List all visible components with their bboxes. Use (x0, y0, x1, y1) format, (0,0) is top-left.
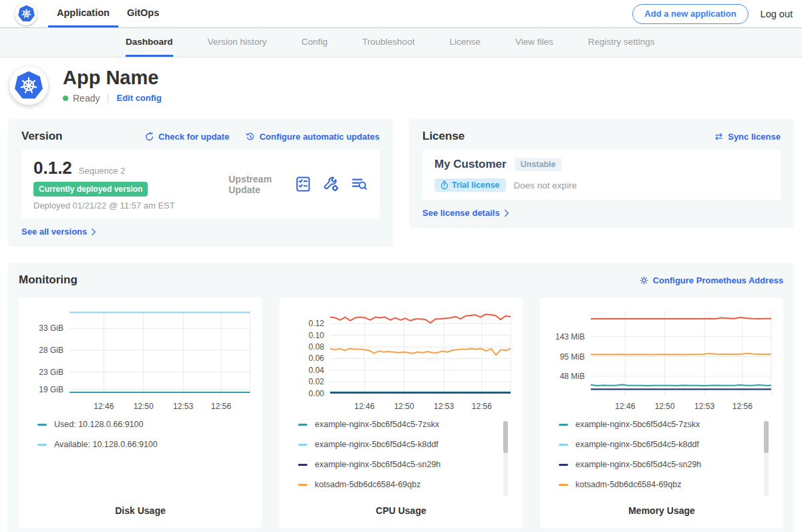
tab-config[interactable]: Config (301, 28, 327, 57)
cpu-usage-legend: example-nginx-5bc6f5d4c5-7zskxexample-ng… (298, 420, 513, 505)
cpu-usage-title: CPU Usage (285, 505, 517, 516)
legend-scrollbar[interactable] (503, 421, 508, 496)
legend-item: Used: 10.128.0.66:9100 (37, 420, 237, 429)
config-wrench-icon[interactable] (323, 176, 340, 192)
svg-text:12:56: 12:56 (471, 402, 491, 411)
cards-row: Version Check for update Configure autom… (8, 119, 794, 247)
legend-label: example-nginx-5bc6f5d4c5-sn29h (575, 460, 701, 469)
svg-text:143 MiB: 143 MiB (555, 332, 584, 342)
clock-refresh-icon (245, 132, 255, 142)
tab-troubleshoot[interactable]: Troubleshoot (362, 28, 414, 57)
app-header: App Name Ready Edit config (0, 57, 802, 114)
legend-label: example-nginx-5bc6f5d4c5-7zskx (575, 420, 700, 429)
svg-text:0.00: 0.00 (308, 389, 324, 398)
configure-prometheus-label: Configure Prometheus Address (653, 275, 783, 285)
disk-usage-chart-card: 33 GiB28 GiB23 GiB19 GiB12:4612:5012:531… (19, 297, 262, 528)
edit-config-link[interactable]: Edit config (116, 93, 161, 103)
legend-color-dash (559, 484, 568, 486)
svg-text:19 GiB: 19 GiB (39, 385, 63, 394)
disk-usage-legend: Used: 10.128.0.66:9100Available: 10.128.… (37, 420, 253, 505)
gear-icon (639, 275, 649, 285)
svg-text:48 MiB: 48 MiB (559, 372, 584, 381)
sync-license-link[interactable]: Sync license (714, 132, 781, 142)
legend-color-dash (559, 424, 568, 426)
svg-text:12:56: 12:56 (732, 402, 752, 411)
tab-registry-settings[interactable]: Registry settings (588, 28, 655, 57)
version-card-title: Version (21, 130, 62, 143)
svg-text:12:53: 12:53 (173, 402, 193, 411)
legend-label: Used: 10.128.0.66:9100 (54, 420, 143, 429)
version-card: Version Check for update Configure autom… (8, 119, 393, 247)
svg-text:23 GiB: 23 GiB (39, 368, 63, 377)
see-all-versions-label: See all versions (21, 227, 87, 237)
charts-row: 33 GiB28 GiB23 GiB19 GiB12:4612:5012:531… (19, 297, 783, 528)
check-for-update-link[interactable]: Check for update (144, 132, 229, 142)
svg-text:33 GiB: 33 GiB (39, 323, 63, 333)
legend-label: example-nginx-5bc6f5d4c5-sn29h (315, 460, 440, 469)
legend-color-dash (37, 444, 47, 446)
legend-label: example-nginx-5bc6f5d4c5-7zskx (315, 420, 439, 429)
current-version-panel: 0.1.2 Sequence 2 Currently deployed vers… (21, 150, 380, 219)
trial-license-label: Trial license (452, 180, 500, 190)
tab-gitops[interactable]: GitOps (118, 0, 168, 27)
legend-item: example-nginx-5bc6f5d4c5-7zskx (298, 420, 497, 429)
legend-item: Available: 10.128.0.66:9100 (37, 440, 237, 449)
see-all-versions-link[interactable]: See all versions (21, 227, 96, 237)
svg-text:0.04: 0.04 (308, 366, 324, 375)
release-notes-icon[interactable] (295, 176, 311, 192)
legend-item: example-nginx-5bc6f5d4c5-sn29h (298, 460, 497, 469)
tab-view-files[interactable]: View files (515, 28, 553, 57)
sync-license-label: Sync license (728, 132, 781, 142)
divider (108, 94, 108, 103)
logout-link[interactable]: Log out (761, 9, 793, 19)
legend-scrollbar-thumb[interactable] (764, 421, 769, 453)
see-license-details-link[interactable]: See license details (422, 208, 509, 218)
svg-text:12:50: 12:50 (654, 402, 674, 411)
legend-color-dash (559, 444, 568, 446)
legend-item: kotsadm-5db6dc6584-69qbz (559, 480, 758, 489)
svg-text:12:53: 12:53 (434, 402, 454, 411)
license-card-title: License (422, 130, 464, 143)
svg-text:28 GiB: 28 GiB (39, 346, 63, 355)
tab-license[interactable]: License (449, 28, 481, 57)
add-application-button[interactable]: Add a new application (632, 4, 748, 24)
tab-application[interactable]: Application (48, 0, 118, 27)
check-for-update-label: Check for update (158, 132, 229, 142)
kubernetes-app-icon (13, 70, 44, 101)
svg-text:95 MiB: 95 MiB (559, 352, 584, 362)
legend-color-dash (37, 424, 47, 426)
kubernetes-helm-icon (17, 5, 35, 23)
customer-name: My Customer (434, 158, 507, 171)
version-source: Upstream Update (229, 174, 295, 195)
refresh-icon (144, 132, 154, 142)
monitoring-section: Monitoring Configure Prometheus Address … (8, 263, 794, 532)
svg-text:0.06: 0.06 (308, 354, 324, 363)
legend-label: example-nginx-5bc6f5d4c5-k8ddf (575, 440, 699, 449)
tab-dashboard[interactable]: Dashboard (126, 28, 173, 57)
sync-arrows-icon (714, 132, 724, 142)
configure-prometheus-link[interactable]: Configure Prometheus Address (639, 275, 783, 285)
cpu-usage-chart-card: 0.120.100.080.060.040.020.0012:4612:5012… (279, 297, 523, 528)
disk-usage-title: Disk Usage (24, 505, 257, 516)
svg-text:0.10: 0.10 (308, 331, 324, 340)
top-nav-right: Add a new application Log out (632, 0, 802, 27)
legend-scrollbar[interactable] (764, 421, 769, 496)
top-nav-tabs: Application GitOps (48, 0, 168, 27)
memory-usage-title: Memory Usage (545, 505, 778, 516)
legend-color-dash (298, 484, 307, 486)
tab-version-history[interactable]: Version history (208, 28, 267, 57)
chevron-right-icon (91, 228, 96, 236)
legend-item: kotsadm-5db6dc6584-69qbz (298, 480, 497, 489)
status-dot (63, 96, 68, 101)
app-avatar (9, 66, 48, 105)
legend-color-dash (298, 424, 307, 426)
configure-automatic-updates-link[interactable]: Configure automatic updates (245, 132, 380, 142)
legend-scrollbar-thumb[interactable] (503, 421, 508, 453)
kubernetes-logo (15, 3, 37, 25)
view-logs-icon[interactable] (351, 176, 368, 192)
legend-item: example-nginx-5bc6f5d4c5-sn29h (559, 460, 758, 469)
stopwatch-icon (440, 180, 448, 190)
version-number: 0.1.2 (33, 158, 72, 178)
svg-text:12:50: 12:50 (133, 402, 153, 411)
see-license-details-label: See license details (422, 208, 500, 218)
